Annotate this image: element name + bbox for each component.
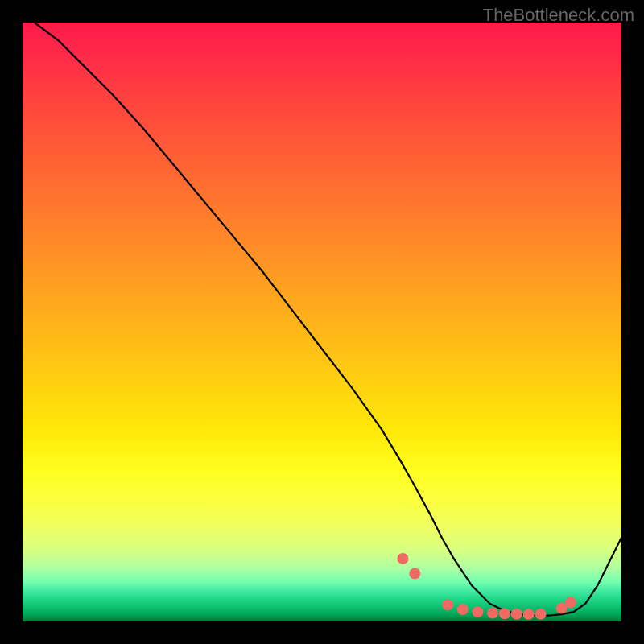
chart-dots [397, 553, 576, 620]
chart-dot [457, 604, 469, 615]
chart-dot [442, 599, 453, 610]
chart-curve [35, 23, 621, 616]
chart-dot [511, 609, 522, 620]
chart-dot [409, 568, 420, 580]
chart-dot [499, 608, 510, 619]
chart-dot [565, 597, 576, 608]
chart-dot [472, 606, 483, 617]
chart-dot [535, 609, 547, 620]
chart-plot-area [23, 23, 621, 621]
chart-dot [487, 608, 498, 619]
chart-dot [397, 553, 408, 564]
attribution-text: TheBottleneck.com [483, 5, 634, 26]
chart-dot [523, 609, 535, 620]
chart-svg [23, 23, 621, 621]
